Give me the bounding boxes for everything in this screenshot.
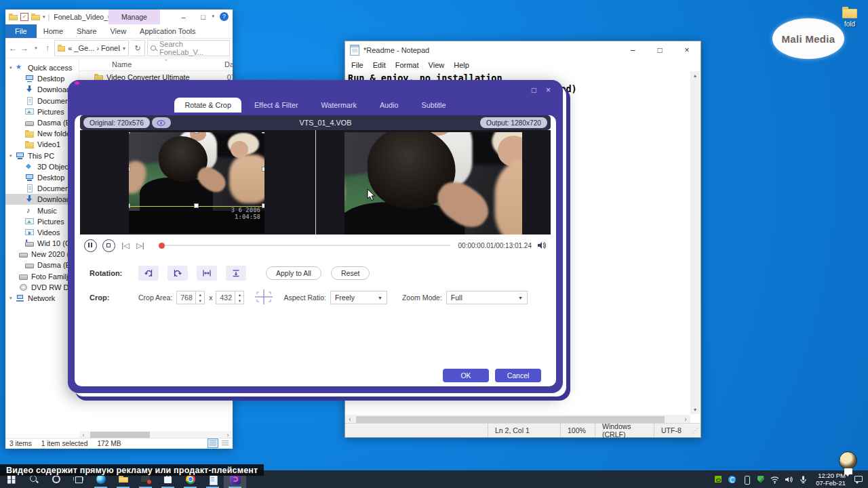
desktop-avatar-shortcut[interactable] (839, 451, 857, 470)
maximize-button[interactable]: □ (193, 9, 213, 24)
crop-handle[interactable] (194, 132, 199, 134)
menu-item[interactable]: Format (391, 61, 424, 69)
seek-slider[interactable] (159, 241, 453, 250)
scroll-left-icon[interactable]: ‹ (79, 432, 87, 439)
ribbon-collapse-icon[interactable]: ▾ (212, 14, 214, 19)
sort-arrow-icon[interactable]: ^ (165, 58, 167, 63)
column-name[interactable]: Name (112, 60, 132, 68)
dialog-tab[interactable]: Rotate & Crop (174, 98, 241, 113)
crop-center-button[interactable] (255, 289, 273, 306)
help-icon[interactable]: ? (220, 12, 229, 21)
microphone-tray-icon[interactable] (799, 475, 808, 484)
crop-handle[interactable] (129, 132, 130, 134)
nvidia-tray-icon[interactable] (713, 475, 722, 484)
minimize-button[interactable]: – (619, 41, 646, 59)
scroll-right-icon[interactable]: › (224, 432, 232, 439)
scroll-up-icon[interactable]: ▴ (694, 71, 696, 80)
refresh-button[interactable]: ↻ (131, 40, 145, 56)
aspect-ratio-select[interactable]: Freely ▼ (330, 291, 387, 304)
expander-icon[interactable]: ▾ (9, 65, 16, 70)
address-box[interactable]: « _Ge... › FoneL... ▾ (54, 40, 129, 56)
crop-width-stepper[interactable]: 768 ▲▼ (176, 291, 205, 304)
minimize-button[interactable]: – (174, 9, 193, 24)
volume-icon[interactable] (537, 241, 547, 249)
up-button[interactable]: ↑ (43, 43, 52, 53)
notepad-vertical-scrollbar[interactable]: ▴ ▾ (690, 71, 700, 414)
rotate-right-button[interactable] (167, 266, 188, 281)
scroll-down-icon[interactable]: ▾ (694, 405, 696, 414)
seek-track[interactable] (159, 245, 450, 246)
crop-height-value[interactable]: 432 (216, 291, 235, 304)
spin-up-icon[interactable]: ▲ (196, 291, 204, 298)
expander-icon[interactable]: ▾ (9, 153, 16, 159)
volume-tray-icon[interactable] (785, 475, 793, 484)
spin-down-icon[interactable]: ▼ (235, 298, 243, 304)
forward-button[interactable]: → (20, 43, 29, 53)
crop-handle[interactable] (262, 203, 264, 208)
stop-button[interactable] (102, 239, 115, 252)
next-frame-button[interactable]: ▷| (136, 241, 145, 250)
ribbon-tab[interactable]: Home (37, 24, 70, 38)
address-caret-icon[interactable]: ▾ (123, 45, 125, 52)
dialog-tab[interactable]: Watermark (311, 98, 367, 113)
defender-shield-icon[interactable] (756, 475, 765, 484)
tab-manage[interactable]: Manage (108, 9, 160, 24)
seek-thumb[interactable] (159, 243, 165, 249)
column-date[interactable]: Da (224, 60, 234, 68)
menu-item[interactable]: View (424, 61, 450, 69)
original-video-pane[interactable]: 3 6 2006 1:04:58 (129, 132, 264, 233)
crop-height-stepper[interactable]: 432 ▲▼ (216, 291, 244, 304)
scrollbar-thumb[interactable] (356, 416, 665, 423)
flip-horizontal-button[interactable] (197, 266, 217, 281)
dialog-tab[interactable]: Subtitle (412, 98, 456, 113)
thumbnail-view-button[interactable] (220, 439, 231, 448)
ribbon-tab[interactable]: File (5, 24, 37, 38)
crop-selection-box[interactable] (129, 132, 264, 207)
resize-grip[interactable]: ⋰ (692, 428, 701, 434)
pause-button[interactable] (84, 239, 97, 252)
dialog-tab[interactable]: Audio (370, 98, 409, 113)
crop-handle[interactable] (129, 203, 130, 208)
qat-caret-icon[interactable]: ▾ (43, 14, 45, 20)
zoom-mode-select[interactable]: Full ▼ (446, 291, 528, 304)
desktop-folder-shortcut[interactable]: fold (836, 7, 863, 28)
search-input[interactable]: Search FoneLab_V... (147, 40, 230, 56)
sidebar-item[interactable]: ▾ Quick access (5, 62, 79, 73)
flip-vertical-button[interactable] (226, 266, 246, 281)
scroll-right-icon[interactable]: › (681, 415, 690, 423)
dialog-tab[interactable]: Effect & Filter (244, 98, 309, 113)
ok-button[interactable]: OK (443, 369, 489, 382)
ribbon-tab[interactable]: Application Tools (133, 24, 202, 38)
ribbon-tab[interactable]: View (103, 24, 133, 38)
crop-width-value[interactable]: 768 (177, 291, 195, 304)
scrollbar-thumb[interactable] (90, 432, 150, 438)
scroll-left-icon[interactable]: ‹ (345, 415, 355, 423)
expander-icon[interactable]: ▾ (9, 296, 16, 301)
spin-down-icon[interactable]: ▼ (196, 298, 204, 304)
ribbon-tab[interactable]: Share (70, 24, 103, 38)
crop-handle[interactable] (262, 132, 264, 134)
crop-handle[interactable] (129, 167, 130, 171)
close-button[interactable]: × (673, 41, 701, 59)
crop-handle[interactable] (262, 167, 264, 171)
previous-frame-button[interactable]: |◁ (121, 241, 130, 250)
back-button[interactable]: ← (8, 43, 18, 53)
menu-item[interactable]: File (347, 61, 368, 69)
wifi-icon[interactable] (770, 475, 779, 484)
phone-tray-icon[interactable] (742, 475, 751, 484)
preview-eye-button[interactable] (152, 117, 171, 128)
maximize-button[interactable]: □ (532, 85, 536, 95)
close-button[interactable]: × (546, 85, 551, 95)
details-view-button[interactable] (208, 439, 218, 448)
notification-center-icon[interactable] (854, 475, 863, 483)
maximize-button[interactable]: □ (646, 41, 673, 59)
rotate-left-button[interactable] (138, 266, 159, 281)
history-caret-icon[interactable]: ▾ (31, 45, 41, 51)
spin-up-icon[interactable]: ▲ (235, 291, 243, 298)
reset-button[interactable]: Reset (331, 266, 370, 280)
menu-item[interactable]: Edit (368, 61, 391, 69)
messenger-tray-icon[interactable] (728, 475, 736, 484)
crop-handle[interactable] (194, 203, 199, 208)
cancel-button[interactable]: Cancel (495, 369, 541, 382)
menu-item[interactable]: Help (449, 61, 474, 69)
